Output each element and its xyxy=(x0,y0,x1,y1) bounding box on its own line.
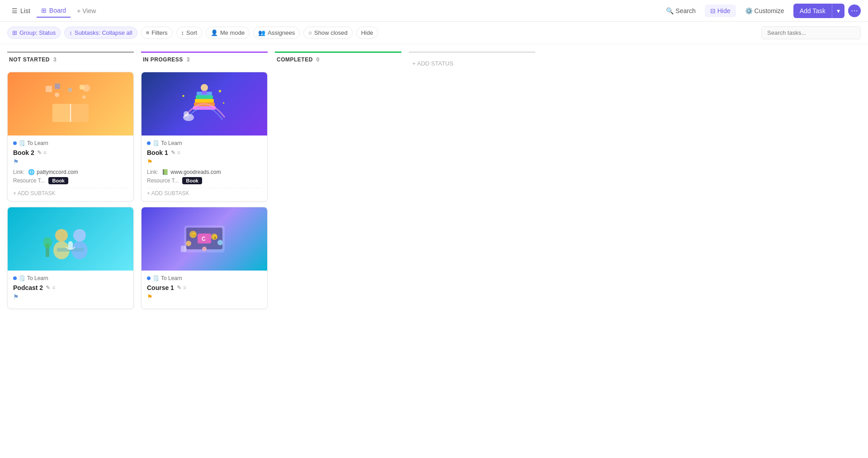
svg-rect-10 xyxy=(68,88,72,92)
filters-icon: ≡ xyxy=(146,29,150,36)
customize-button[interactable]: ⚙️ Customize xyxy=(740,5,790,17)
menu-icon[interactable]: ≡ xyxy=(177,150,180,156)
not-started-count: 3 xyxy=(53,56,57,63)
menu-icon[interactable]: ≡ xyxy=(43,150,47,156)
svg-rect-22 xyxy=(196,95,213,99)
column-completed: COMPLETED 0 xyxy=(275,51,401,72)
card-book2-category: 🗒️ To Learn xyxy=(13,140,128,146)
card-book2-title-icons: ✎ ≡ xyxy=(37,150,47,156)
card-book1-body: 🗒️ To Learn Book 1 ✎ ≡ ⚑ Link: xyxy=(142,136,267,201)
flag-icon: ⚑ xyxy=(13,158,19,165)
category-label: To Learn xyxy=(161,275,182,281)
me-mode-chip[interactable]: 👤 Me mode xyxy=(206,27,250,39)
card-podcast2[interactable]: 🗒️ To Learn Podcast 2 ✎ ≡ ⚑ xyxy=(7,207,134,309)
card-book1-flag: ⚑ xyxy=(147,158,262,165)
toolbar-left: ⊞ Group: Status ↕ Subtasks: Collapse all… xyxy=(7,27,758,39)
search-button[interactable]: 🔍 Search xyxy=(660,5,701,17)
customize-icon: ⚙️ xyxy=(745,7,753,14)
card-book2-link-row: Link: 🌐 pattymccord.com xyxy=(13,169,128,175)
card-book1-link-row: Link: 📗 www.goodreads.com xyxy=(147,169,262,175)
link-value: 📗 www.goodreads.com xyxy=(162,169,221,175)
list-icon: ☰ xyxy=(12,7,18,14)
link-value: 🌐 pattymccord.com xyxy=(28,169,78,175)
flag-icon: ⚑ xyxy=(147,293,153,300)
expand-button[interactable]: ⋯ xyxy=(848,5,861,17)
svg-point-37 xyxy=(202,247,207,251)
search-tasks-input[interactable] xyxy=(761,26,861,39)
link-url[interactable]: pattymccord.com xyxy=(37,169,78,175)
nav-tab-list[interactable]: ☰ List xyxy=(7,5,35,17)
toolbar: ⊞ Group: Status ↕ Subtasks: Collapse all… xyxy=(0,22,868,44)
add-task-label: Add Task xyxy=(793,4,832,18)
add-status-button[interactable]: + ADD STATUS xyxy=(410,56,455,70)
card-course1-image: C 😊 😮 xyxy=(142,207,267,271)
show-closed-icon: ○ xyxy=(308,29,312,36)
group-status-chip[interactable]: ⊞ Group: Status xyxy=(7,27,61,39)
category-icon: 🗒️ xyxy=(19,140,25,146)
card-course1-title-row: Course 1 ✎ ≡ xyxy=(147,284,262,291)
show-closed-chip[interactable]: ○ Show closed xyxy=(303,27,353,39)
card-podcast2-title-text: Podcast 2 xyxy=(13,284,43,291)
add-task-button[interactable]: Add Task ▾ xyxy=(793,4,844,18)
card-book2-title-row: Book 2 ✎ ≡ xyxy=(13,149,128,156)
svg-text:★: ★ xyxy=(182,94,185,98)
menu-icon[interactable]: ≡ xyxy=(52,285,55,291)
link-label: Link: xyxy=(147,169,158,175)
sort-label: Sort xyxy=(186,29,197,36)
column-in-progress: IN PROGRESS 3 xyxy=(141,51,268,314)
add-subtask-book2[interactable]: + ADD SUBTASK xyxy=(13,188,128,196)
card-book1[interactable]: ★ ★ ★ 🗒️ To Learn Book 1 ✎ ≡ xyxy=(141,72,268,201)
card-book2-title-text: Book 2 xyxy=(13,149,34,156)
hide-button[interactable]: ⊟ Hide xyxy=(705,5,736,17)
card-book2[interactable]: 🗒️ To Learn Book 2 ✎ ≡ ⚑ Link: xyxy=(7,72,134,201)
card-podcast2-body: 🗒️ To Learn Podcast 2 ✎ ≡ ⚑ xyxy=(8,271,133,308)
add-subtask-book1[interactable]: + ADD SUBTASK xyxy=(147,188,262,196)
pencil-icon[interactable]: ✎ xyxy=(46,285,50,291)
svg-point-12 xyxy=(55,229,68,242)
card-book2-resource-row: Resource T... Book xyxy=(13,177,128,184)
pencil-icon[interactable]: ✎ xyxy=(171,150,175,156)
svg-rect-42 xyxy=(181,246,186,252)
pencil-icon[interactable]: ✎ xyxy=(177,285,181,291)
card-podcast2-category: 🗒️ To Learn xyxy=(13,275,128,281)
card-book1-title-text: Book 1 xyxy=(147,149,168,156)
card-course1[interactable]: C 😊 😮 🗒️ To Lea xyxy=(141,207,268,309)
nav-tab-add-view[interactable]: + View xyxy=(72,5,100,17)
card-podcast2-image xyxy=(8,207,133,271)
search-label: Search xyxy=(675,7,695,14)
group-label: Group: Status xyxy=(19,29,56,36)
not-started-title: NOT STARTED xyxy=(9,56,50,63)
card-book1-title-row: Book 1 ✎ ≡ xyxy=(147,149,262,156)
svg-point-14 xyxy=(73,229,86,242)
customize-label: Customize xyxy=(755,7,784,14)
svg-point-18 xyxy=(43,237,52,248)
pencil-icon[interactable]: ✎ xyxy=(37,150,42,156)
card-book2-flag: ⚑ xyxy=(13,158,128,165)
card-book2-meta: Link: 🌐 pattymccord.com Resource T... Bo… xyxy=(13,169,128,184)
subtasks-chip[interactable]: ↕ Subtasks: Collapse all xyxy=(64,27,137,39)
svg-text:C: C xyxy=(202,236,206,242)
card-book1-image: ★ ★ ★ xyxy=(142,72,267,136)
hide-icon: ⊟ xyxy=(710,7,716,14)
group-icon: ⊞ xyxy=(12,29,17,36)
assignees-chip[interactable]: 👥 Assignees xyxy=(253,27,300,39)
svg-text:😊: 😊 xyxy=(191,232,197,238)
link-url[interactable]: www.goodreads.com xyxy=(170,169,221,175)
svg-rect-25 xyxy=(202,91,207,94)
column-add-status: + ADD STATUS xyxy=(409,51,535,79)
hide-chip[interactable]: Hide xyxy=(356,27,378,39)
nav-view-label: + View xyxy=(77,7,96,14)
nav-tab-board[interactable]: ⊞ Board xyxy=(37,4,71,18)
menu-icon[interactable]: ≡ xyxy=(183,285,186,291)
card-book2-body: 🗒️ To Learn Book 2 ✎ ≡ ⚑ Link: xyxy=(8,136,133,201)
sort-chip[interactable]: ↕ Sort xyxy=(176,27,202,39)
svg-rect-5 xyxy=(55,84,60,89)
filters-chip[interactable]: ≡ Filters xyxy=(141,27,173,39)
card-course1-title-icons: ✎ ≡ xyxy=(177,285,186,291)
svg-point-35 xyxy=(186,241,191,246)
category-dot xyxy=(13,141,17,145)
card-podcast2-title-row: Podcast 2 ✎ ≡ xyxy=(13,284,128,291)
board: NOT STARTED 3 xyxy=(0,44,868,322)
add-task-arrow-icon[interactable]: ▾ xyxy=(832,4,844,18)
flag-icon: ⚑ xyxy=(147,158,153,165)
